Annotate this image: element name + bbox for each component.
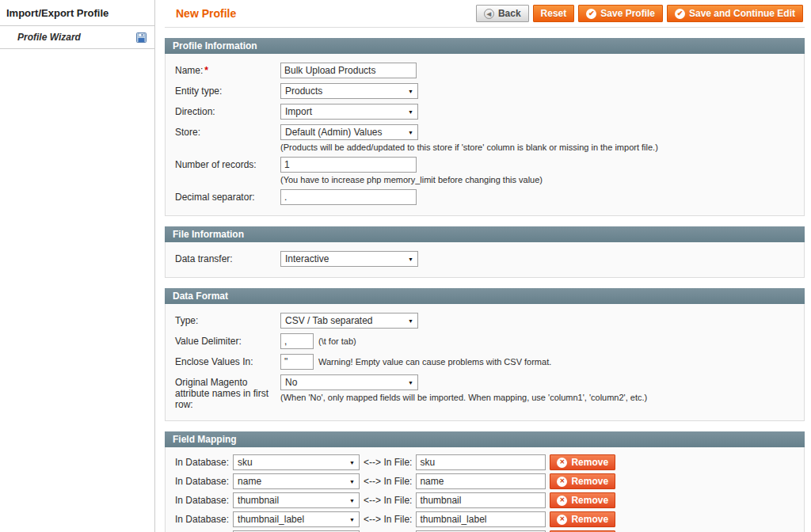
chevron-down-icon: ▼ (408, 89, 413, 94)
store-label: Store: (175, 124, 280, 138)
value-delimiter-label: Value Delimiter: (175, 333, 280, 347)
enclose-values-label: Enclose Values In: (175, 354, 280, 367)
remove-mapping-button[interactable]: ✕ Remove (550, 454, 615, 470)
value-delimiter-note: (\t for tab) (318, 336, 356, 346)
reset-button[interactable]: Reset (533, 5, 575, 22)
remove-circle-icon: ✕ (557, 458, 567, 468)
data-format-fieldset: Type: CSV / Tab separated ▼ Value Delimi… (165, 304, 805, 421)
chevron-down-icon: ▼ (408, 318, 413, 324)
in-file-input[interactable] (416, 511, 546, 527)
field-row-name: Name:* (175, 60, 794, 81)
page-title: New Profile (176, 7, 236, 20)
sidebar-title: Import/Export Profile (0, 0, 154, 26)
field-mapping-row: In Database: sku ▼ <--> In File: ✕ Remov… (175, 453, 794, 472)
in-database-label: In Database: (175, 495, 229, 506)
field-row-data-transfer: Data transfer: Interactive ▼ (175, 249, 794, 269)
main-content: New Profile ◀ Back Reset ✔ Save Profile … (155, 0, 811, 532)
chevron-down-icon: ▼ (408, 256, 413, 262)
field-row-enclose-values: Enclose Values In: Warning! Empty value … (175, 352, 794, 372)
remove-mapping-button[interactable]: ✕ Remove (550, 492, 615, 508)
back-button[interactable]: ◀ Back (476, 5, 529, 22)
chevron-down-icon: ▼ (349, 517, 355, 522)
name-input[interactable] (280, 63, 417, 78)
field-mapping-row: In Database: thumbnail_label ▼ <--> In F… (175, 510, 794, 529)
in-database-select[interactable]: thumbnail_label ▼ (233, 511, 360, 527)
type-label: Type: (175, 313, 280, 326)
in-database-label: In Database: (175, 457, 229, 468)
direction-select[interactable]: Import ▼ (280, 104, 418, 120)
enclose-values-input[interactable] (280, 354, 314, 370)
section-title: File Information (165, 226, 805, 242)
chevron-down-icon: ▼ (408, 109, 413, 115)
check-circle-icon: ✔ (586, 9, 596, 19)
field-mapping-fieldset: In Database: sku ▼ <--> In File: ✕ Remov… (165, 447, 805, 532)
in-database-label: In Database: (175, 476, 229, 487)
in-database-label: In Database: (175, 514, 229, 525)
remove-mapping-button[interactable]: ✕ Remove (550, 511, 615, 527)
check-circle-icon: ✔ (675, 9, 685, 19)
field-row-store: Store: Default (Admin) Values ▼ (Product… (175, 122, 794, 154)
store-note: (Products will be added/updated to this … (280, 142, 658, 152)
back-arrow-icon: ◀ (484, 9, 494, 19)
in-file-label: <--> In File: (364, 514, 412, 525)
value-delimiter-input[interactable] (280, 333, 314, 349)
in-database-select[interactable]: name ▼ (233, 473, 360, 489)
number-of-records-input[interactable] (280, 157, 417, 173)
remove-circle-icon: ✕ (557, 477, 567, 487)
field-row-number-of-records: Number of records: (You have to increase… (175, 154, 794, 187)
in-file-label: <--> In File: (364, 476, 412, 487)
remove-mapping-button[interactable]: ✕ Remove (550, 473, 615, 489)
decimal-separator-label: Decimal separator: (175, 189, 280, 203)
chevron-down-icon: ▼ (349, 498, 355, 504)
section-title: Data Format (165, 288, 805, 304)
save-profile-button[interactable]: ✔ Save Profile (578, 5, 663, 22)
remove-circle-icon: ✕ (557, 515, 567, 525)
number-of-records-note: (You have to increase php memory_limit b… (280, 175, 543, 184)
in-file-label: <--> In File: (364, 495, 412, 506)
sidebar-item-label: Profile Wizard (17, 32, 81, 43)
section-data-format: Data Format Type: CSV / Tab separated ▼ … (165, 288, 805, 421)
field-row-decimal-separator: Decimal separator: (175, 187, 794, 207)
save-and-continue-button[interactable]: ✔ Save and Continue Edit (667, 5, 803, 22)
field-row-type: Type: CSV / Tab separated ▼ (175, 310, 794, 331)
original-names-label: Original Magento attribute names in firs… (175, 374, 280, 410)
decimal-separator-input[interactable] (280, 189, 417, 205)
chevron-down-icon: ▼ (349, 479, 355, 484)
field-mapping-row: In Database: thumbnail ▼ <--> In File: ✕… (175, 491, 794, 510)
data-transfer-label: Data transfer: (175, 251, 280, 264)
data-transfer-select[interactable]: Interactive ▼ (280, 251, 418, 267)
floppy-disk-icon (136, 32, 147, 43)
number-of-records-label: Number of records: (175, 157, 280, 170)
type-select[interactable]: CSV / Tab separated ▼ (280, 313, 418, 329)
field-mapping-row: In Database: name ▼ <--> In File: ✕ Remo… (175, 472, 794, 491)
in-file-input[interactable] (416, 454, 546, 470)
store-select[interactable]: Default (Admin) Values ▼ (280, 124, 418, 140)
chevron-down-icon: ▼ (408, 380, 413, 386)
field-row-original-names: Original Magento attribute names in firs… (175, 372, 794, 412)
in-file-input[interactable] (416, 492, 546, 508)
enclose-values-warning: Warning! Empty value can cause problems … (318, 357, 551, 367)
chevron-down-icon: ▼ (349, 460, 355, 466)
in-database-select[interactable]: thumbnail ▼ (233, 492, 360, 508)
sidebar: Import/Export Profile Profile Wizard (0, 0, 155, 532)
direction-label: Direction: (175, 104, 280, 117)
content-header: New Profile ◀ Back Reset ✔ Save Profile … (165, 0, 805, 28)
section-title: Field Mapping (165, 431, 805, 447)
remove-circle-icon: ✕ (557, 496, 567, 506)
section-profile-information: Profile Information Name:* Entity type: … (165, 38, 805, 216)
entity-type-label: Entity type: (175, 83, 280, 97)
field-row-value-delimiter: Value Delimiter: (\t for tab) (175, 331, 794, 352)
in-database-select[interactable]: sku ▼ (233, 454, 360, 470)
name-label: Name: (175, 65, 203, 76)
field-row-direction: Direction: Import ▼ (175, 101, 794, 122)
original-names-select[interactable]: No ▼ (280, 374, 418, 390)
field-row-entity-type: Entity type: Products ▼ (175, 81, 794, 101)
in-file-input[interactable] (416, 473, 546, 489)
entity-type-select[interactable]: Products ▼ (280, 83, 418, 99)
required-mark: * (204, 65, 208, 76)
file-information-fieldset: Data transfer: Interactive ▼ (165, 242, 805, 278)
original-names-note: (When 'No', only mapped fields will be i… (280, 393, 647, 402)
section-title: Profile Information (165, 38, 805, 54)
import-export-profile-page: Import/Export Profile Profile Wizard New… (0, 0, 811, 532)
sidebar-item-profile-wizard[interactable]: Profile Wizard (0, 26, 154, 49)
